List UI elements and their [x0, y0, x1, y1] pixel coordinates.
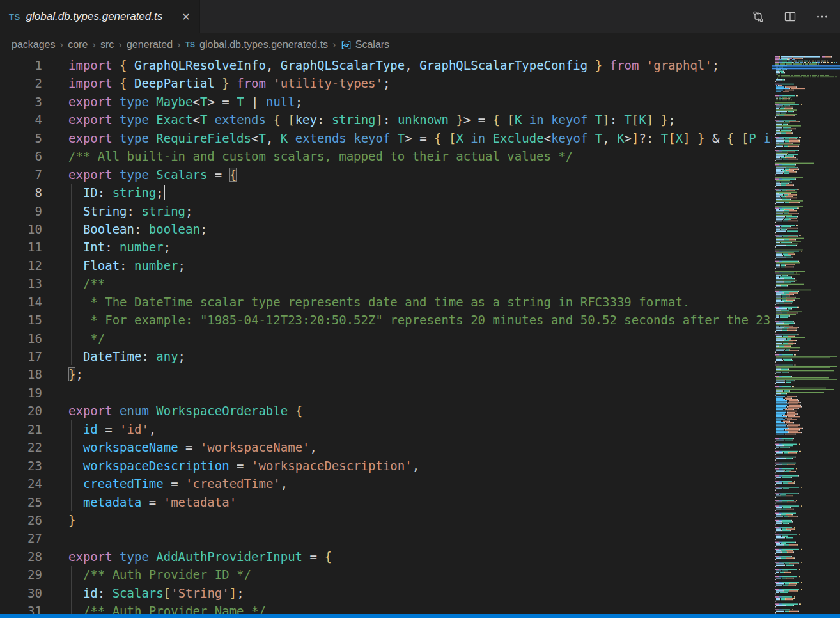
line-number[interactable]: 25 [0, 493, 42, 511]
code-line[interactable]: 31 /** Auth Provider Name */ [0, 602, 772, 614]
line-number[interactable]: 22 [0, 438, 42, 456]
line-number[interactable]: 29 [0, 566, 42, 583]
code-line[interactable]: 16 */ [0, 329, 772, 347]
code-text: * The DateTime scalar type represents da… [68, 293, 690, 311]
compare-changes-button[interactable] [751, 9, 766, 24]
code-text: export type RequireFields<T, K extends k… [68, 129, 772, 147]
code-line[interactable]: 11 Int: number; [0, 238, 772, 256]
line-number[interactable]: 23 [0, 457, 42, 475]
line-number[interactable]: 12 [0, 257, 42, 274]
line-number[interactable]: 24 [0, 475, 42, 493]
chevron-right-icon: › [92, 38, 96, 51]
code-line[interactable]: 19 [0, 384, 772, 402]
code-text: export type Exact<T extends { [key: stri… [68, 111, 676, 129]
line-number[interactable]: 9 [0, 202, 42, 220]
code-text: }; [68, 365, 83, 383]
code-text: Int: number; [68, 238, 171, 256]
split-editor-button[interactable] [782, 9, 798, 24]
code-line[interactable]: 30 id: Scalars['String']; [0, 584, 772, 602]
code-line[interactable]: 9 String: string; [0, 202, 772, 220]
breadcrumb-item-file[interactable]: global.db.types.generated.ts [199, 39, 328, 51]
line-number[interactable]: 16 [0, 329, 42, 347]
code-line[interactable]: 15 * For example: "1985-04-12T23:20:50.5… [0, 311, 772, 329]
split-editor-icon [783, 10, 797, 24]
code-line[interactable]: 20export enum WorkspaceOrderable { [0, 402, 772, 420]
code-line[interactable]: 2import { DeepPartial } from 'utility-ty… [0, 74, 772, 92]
code-lines: 1import { GraphQLResolveInfo, GraphQLSca… [0, 56, 772, 614]
code-line[interactable]: 24 createdTime = 'createdTime', [0, 475, 772, 493]
code-text: DateTime: any; [68, 347, 185, 365]
line-number[interactable]: 26 [0, 511, 42, 529]
code-line[interactable]: 25 metadata = 'metadata' [0, 493, 772, 511]
line-number[interactable]: 19 [0, 384, 42, 402]
code-line[interactable]: 4export type Exact<T extends { [key: str… [0, 111, 772, 129]
line-number[interactable]: 4 [0, 111, 42, 129]
code-text: id = 'id', [68, 420, 156, 438]
code-line[interactable]: 1import { GraphQLResolveInfo, GraphQLSca… [0, 56, 772, 74]
more-actions-button[interactable] [814, 9, 830, 24]
code-text: Boolean: boolean; [68, 220, 207, 238]
code-line[interactable]: 5export type RequireFields<T, K extends … [0, 129, 772, 147]
breadcrumb-item-src[interactable]: src [100, 39, 114, 51]
code-line[interactable]: 6/** All built-in and custom scalars, ma… [0, 147, 772, 165]
breadcrumb-item-generated[interactable]: generated [127, 39, 173, 51]
code-text: metadata = 'metadata' [68, 493, 237, 511]
code-line[interactable]: 12 Float: number; [0, 257, 772, 274]
code-text: * For example: "1985-04-12T23:20:50.52Z"… [68, 311, 772, 329]
code-editor[interactable]: 1import { GraphQLResolveInfo, GraphQLSca… [0, 56, 772, 614]
line-number[interactable]: 5 [0, 129, 42, 147]
line-number[interactable]: 11 [0, 238, 42, 256]
code-line[interactable]: 7export type Scalars = { [0, 166, 772, 184]
line-number[interactable]: 28 [0, 548, 42, 566]
line-number[interactable]: 1 [0, 56, 42, 74]
chevron-right-icon: › [332, 38, 336, 51]
close-tab-icon[interactable]: ✕ [179, 10, 193, 24]
code-line[interactable]: 8 ID: string; [0, 184, 772, 202]
minimap[interactable] [772, 56, 840, 614]
code-text: import { GraphQLResolveInfo, GraphQLScal… [68, 56, 719, 74]
breadcrumb-item-symbol[interactable]: Scalars [355, 39, 389, 51]
line-number[interactable]: 6 [0, 147, 42, 165]
code-text: ID: string; [68, 184, 164, 202]
line-number[interactable]: 7 [0, 166, 42, 184]
editor-actions [751, 0, 840, 33]
tab-global-db-types-generated-ts[interactable]: TS global.db.types.generated.ts ✕ [0, 0, 200, 33]
code-line[interactable]: 22 workspaceName = 'workspaceName', [0, 438, 772, 456]
tab-bar: TS global.db.types.generated.ts ✕ [0, 0, 840, 33]
line-number[interactable]: 27 [0, 529, 42, 547]
code-text: id: Scalars['String']; [68, 584, 244, 602]
line-number[interactable]: 31 [0, 602, 42, 614]
line-number[interactable]: 18 [0, 365, 42, 383]
code-line[interactable]: 29 /** Auth Provider ID */ [0, 566, 772, 583]
line-number[interactable]: 2 [0, 74, 42, 92]
code-line[interactable]: 27 [0, 529, 772, 547]
line-number[interactable]: 17 [0, 347, 42, 365]
code-line[interactable]: 3export type Maybe<T> = T | null; [0, 93, 772, 111]
chevron-right-icon: › [60, 38, 64, 51]
code-line[interactable]: 13 /** [0, 274, 772, 292]
line-number[interactable]: 10 [0, 220, 42, 238]
breadcrumb-item-packages[interactable]: packages [12, 39, 56, 51]
code-line[interactable]: 18}; [0, 365, 772, 383]
code-line[interactable]: 10 Boolean: boolean; [0, 220, 772, 238]
line-number[interactable]: 13 [0, 274, 42, 292]
line-number[interactable]: 3 [0, 93, 42, 111]
code-line[interactable]: 26} [0, 511, 772, 529]
type-symbol-icon [341, 40, 352, 51]
line-number[interactable]: 20 [0, 402, 42, 420]
code-line[interactable]: 14 * The DateTime scalar type represents… [0, 293, 772, 311]
code-text: /** Auth Provider Name */ [68, 602, 266, 614]
code-text: /** [68, 274, 105, 292]
breadcrumb-item-core[interactable]: core [68, 39, 88, 51]
code-line[interactable]: 17 DateTime: any; [0, 347, 772, 365]
code-line[interactable]: 23 workspaceDescription = 'workspaceDesc… [0, 457, 772, 475]
code-line[interactable]: 21 id = 'id', [0, 420, 772, 438]
code-text: String: string; [68, 202, 193, 220]
line-number[interactable]: 8 [0, 184, 42, 202]
typescript-file-icon: TS [9, 12, 20, 22]
line-number[interactable]: 14 [0, 293, 42, 311]
code-line[interactable]: 28export type AddAuthProviderInput = { [0, 548, 772, 566]
line-number[interactable]: 21 [0, 420, 42, 438]
line-number[interactable]: 15 [0, 311, 42, 329]
line-number[interactable]: 30 [0, 584, 42, 602]
